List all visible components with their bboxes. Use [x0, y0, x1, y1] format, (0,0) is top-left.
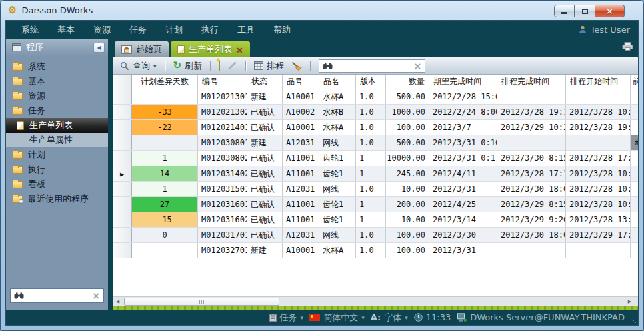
- cell-diff[interactable]: [132, 135, 198, 150]
- cell-item_no[interactable]: A10002: [283, 105, 319, 119]
- cell-qty[interactable]: 100.00: [386, 228, 429, 242]
- cell-diff[interactable]: 0: [132, 228, 198, 242]
- cell-extra[interactable]: [631, 166, 638, 181]
- cell-item_name[interactable]: 齿轮1: [319, 197, 356, 212]
- close-button[interactable]: ×: [595, 5, 625, 17]
- cell-extra[interactable]: [631, 228, 638, 242]
- row-selector[interactable]: ▶: [113, 166, 132, 181]
- cell-item_name[interactable]: 齿轮1: [319, 212, 356, 227]
- tab-inactive[interactable]: 起始页: [115, 41, 169, 57]
- row-selector[interactable]: [113, 212, 132, 227]
- cell-expected_finish[interactable]: 2012/3/31 0:17: [429, 151, 497, 166]
- cell-sched_start[interactable]: 2012/3/28 13:40: [566, 212, 631, 227]
- cell-sched_finish[interactable]: 2012/3/29 9:20: [497, 212, 566, 227]
- cell-version[interactable]: 1.0: [356, 228, 386, 242]
- sidebar-item[interactable]: 计划: [6, 147, 108, 162]
- cell-sched_start[interactable]: [566, 243, 631, 258]
- clear-button[interactable]: [289, 60, 304, 72]
- cell-status[interactable]: 已确认: [247, 182, 283, 196]
- cell-extra[interactable]: [631, 151, 638, 166]
- cell-item_no[interactable]: A10001: [283, 89, 319, 104]
- sidebar-search-clear-icon[interactable]: ×: [92, 291, 100, 300]
- column-header-code[interactable]: 编号: [198, 75, 247, 89]
- cell-qty[interactable]: 500.00: [386, 135, 429, 150]
- menu-item[interactable]: 帮助: [264, 23, 300, 37]
- column-header-version[interactable]: 版本: [356, 75, 386, 89]
- cell-sched_finish[interactable]: 2012/3/30 18:00: [497, 228, 566, 242]
- menu-item[interactable]: 系统: [12, 23, 48, 37]
- sidebar-item[interactable]: 基本: [6, 74, 108, 89]
- cell-status[interactable]: 新建: [247, 89, 283, 104]
- cell-status[interactable]: 已确认: [247, 166, 283, 181]
- cell-qty[interactable]: 500.00: [386, 89, 429, 104]
- font-dropdown[interactable]: A: 字体 ▾: [371, 312, 408, 324]
- sidebar-item[interactable]: 看板: [6, 177, 108, 192]
- cell-qty[interactable]: 1000.00: [386, 105, 429, 119]
- sidebar-item[interactable]: 系统: [6, 59, 108, 74]
- minimize-button[interactable]: [554, 5, 575, 17]
- sidebar-item[interactable]: 任务: [6, 103, 108, 118]
- toolbar-search-input[interactable]: [336, 61, 410, 71]
- table-row[interactable]: 1M012031501已确认A12031网线1.010.002012/3/312…: [113, 182, 638, 197]
- menu-item[interactable]: 资源: [84, 23, 120, 37]
- cell-version[interactable]: 1: [356, 197, 386, 212]
- cell-diff[interactable]: 14: [132, 166, 198, 181]
- cell-expected_finish[interactable]: 2012/4/11: [429, 166, 497, 181]
- cell-sched_finish[interactable]: [497, 135, 566, 150]
- table-row[interactable]: -22M012021401已确认A10001水杯A1.0100.002012/3…: [113, 120, 638, 135]
- cell-extra[interactable]: [631, 120, 638, 135]
- row-selector[interactable]: [113, 120, 132, 135]
- cell-sched_finish[interactable]: [497, 89, 566, 104]
- sidebar-item[interactable]: 执行: [6, 162, 108, 177]
- edit-button[interactable]: [225, 63, 239, 68]
- cell-expected_finish[interactable]: 2012/3/30: [429, 228, 497, 242]
- cell-qty[interactable]: 100.00: [386, 120, 429, 135]
- cell-sched_start[interactable]: 2012/3/28 10:52: [566, 197, 631, 212]
- cell-item_no[interactable]: A10001: [283, 120, 319, 135]
- menu-item[interactable]: 计划: [156, 23, 192, 37]
- cell-sched_finish[interactable]: 2012/3/28 19:10: [497, 105, 566, 119]
- cell-version[interactable]: 1.0: [356, 135, 386, 150]
- cell-code[interactable]: M012031402: [198, 166, 247, 181]
- tab-active[interactable]: 生产单列表×: [171, 41, 250, 57]
- cell-code[interactable]: M012031601: [198, 197, 247, 212]
- cell-extra[interactable]: #: [631, 135, 638, 150]
- cell-sched_finish[interactable]: 2012/3/29 10:20: [497, 120, 566, 135]
- cell-diff[interactable]: -15: [132, 212, 198, 227]
- cell-item_no[interactable]: A11001: [283, 166, 319, 181]
- cell-code[interactable]: M012021401: [198, 120, 247, 135]
- cell-sched_finish[interactable]: [497, 243, 566, 258]
- cell-item_name[interactable]: 水杯A: [319, 120, 356, 135]
- cell-sched_start[interactable]: [566, 89, 631, 104]
- cell-qty[interactable]: 200.00: [386, 197, 429, 212]
- cell-item_name[interactable]: 水杯A: [319, 89, 356, 104]
- row-selector[interactable]: [113, 197, 132, 212]
- row-selector[interactable]: [113, 182, 132, 196]
- table-row[interactable]: M012030801新建A12031网线1.0500.002012/3/31 0…: [113, 135, 638, 151]
- column-header-sched_finish[interactable]: 排程完成时间: [497, 75, 566, 89]
- cell-sched_start[interactable]: 2012/3/28 10:52: [566, 166, 631, 181]
- cell-diff[interactable]: 1: [132, 182, 198, 196]
- schedule-button[interactable]: 排程: [252, 59, 286, 73]
- cell-expected_finish[interactable]: 2012/2/24 8:00: [429, 105, 497, 119]
- cell-expected_finish[interactable]: 2012/3/31 0:10: [429, 135, 497, 150]
- maximize-button[interactable]: [575, 5, 595, 17]
- cell-item_no[interactable]: A12031: [283, 135, 319, 150]
- cell-code[interactable]: M012030801: [198, 135, 247, 150]
- cell-status[interactable]: 已确认: [247, 105, 283, 119]
- cell-extra[interactable]: [631, 243, 638, 258]
- cell-sched_finish[interactable]: 2012/3/30 18:00: [497, 182, 566, 196]
- scroll-left-arrow-icon[interactable]: ◀: [113, 298, 123, 306]
- printer-icon[interactable]: [622, 42, 633, 51]
- row-selector[interactable]: [113, 228, 132, 242]
- cell-code[interactable]: M012031501: [198, 182, 247, 196]
- cell-status[interactable]: 已确认: [247, 228, 283, 242]
- cell-item_name[interactable]: 齿轮1: [319, 166, 356, 181]
- cell-code[interactable]: M012021301: [198, 89, 247, 104]
- cell-extra[interactable]: [631, 212, 638, 227]
- sidebar-search-input[interactable]: [27, 291, 89, 300]
- toolbar-search-clear-icon[interactable]: ×: [413, 61, 421, 71]
- cell-code[interactable]: M012021302: [198, 105, 247, 119]
- resize-grip[interactable]: [632, 319, 636, 323]
- sidebar-item[interactable]: 生产单列表: [6, 118, 108, 133]
